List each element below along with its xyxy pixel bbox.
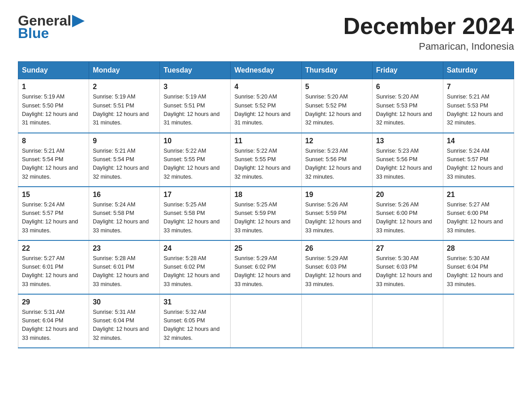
day-info: Sunrise: 5:26 AMSunset: 6:00 PMDaylight:… — [376, 201, 439, 235]
calendar-cell — [301, 294, 372, 348]
day-info: Sunrise: 5:25 AMSunset: 5:58 PMDaylight:… — [163, 201, 227, 235]
day-number: 11 — [234, 137, 297, 145]
day-info: Sunrise: 5:20 AMSunset: 5:53 PMDaylight:… — [376, 93, 439, 128]
calendar-cell: 31Sunrise: 5:32 AMSunset: 6:05 PMDayligh… — [160, 294, 231, 348]
day-info: Sunrise: 5:27 AMSunset: 6:01 PMDaylight:… — [22, 254, 85, 289]
day-info: Sunrise: 5:23 AMSunset: 5:56 PMDaylight:… — [376, 147, 439, 182]
day-number: 8 — [22, 137, 85, 145]
calendar-header-row: SundayMondayTuesdayWednesdayThursdayFrid… — [18, 62, 514, 79]
calendar-cell: 24Sunrise: 5:28 AMSunset: 6:02 PMDayligh… — [160, 240, 231, 294]
day-number: 20 — [376, 191, 439, 199]
calendar-cell: 22Sunrise: 5:27 AMSunset: 6:01 PMDayligh… — [18, 240, 89, 294]
calendar-cell: 14Sunrise: 5:24 AMSunset: 5:57 PMDayligh… — [443, 133, 514, 187]
calendar-cell: 20Sunrise: 5:26 AMSunset: 6:00 PMDayligh… — [372, 187, 443, 240]
calendar-header-friday: Friday — [372, 62, 443, 79]
page-header: General Blue December 2024 Pamarican, In… — [18, 13, 514, 52]
day-info: Sunrise: 5:23 AMSunset: 5:56 PMDaylight:… — [305, 147, 369, 182]
day-info: Sunrise: 5:24 AMSunset: 5:57 PMDaylight:… — [22, 201, 85, 235]
day-number: 3 — [163, 83, 227, 91]
calendar-cell: 13Sunrise: 5:23 AMSunset: 5:56 PMDayligh… — [372, 133, 443, 187]
calendar-cell: 4Sunrise: 5:20 AMSunset: 5:52 PMDaylight… — [231, 79, 301, 133]
calendar-cell: 17Sunrise: 5:25 AMSunset: 5:58 PMDayligh… — [160, 187, 231, 240]
calendar-cell — [443, 294, 514, 348]
day-number: 1 — [22, 83, 85, 91]
calendar-cell: 27Sunrise: 5:30 AMSunset: 6:03 PMDayligh… — [372, 240, 443, 294]
page-subtitle: Pamarican, Indonesia — [343, 41, 514, 52]
day-info: Sunrise: 5:19 AMSunset: 5:51 PMDaylight:… — [163, 93, 227, 128]
day-info: Sunrise: 5:28 AMSunset: 6:01 PMDaylight:… — [93, 254, 156, 289]
day-info: Sunrise: 5:22 AMSunset: 5:55 PMDaylight:… — [234, 147, 297, 182]
day-number: 14 — [447, 137, 510, 145]
calendar-table: SundayMondayTuesdayWednesdayThursdayFrid… — [18, 61, 514, 348]
day-number: 12 — [305, 137, 369, 145]
day-info: Sunrise: 5:26 AMSunset: 5:59 PMDaylight:… — [305, 201, 369, 235]
day-number: 10 — [163, 137, 227, 145]
day-number: 13 — [376, 137, 439, 145]
calendar-header-tuesday: Tuesday — [160, 62, 231, 79]
calendar-cell: 12Sunrise: 5:23 AMSunset: 5:56 PMDayligh… — [301, 133, 372, 187]
day-number: 9 — [93, 137, 156, 145]
calendar-header-sunday: Sunday — [18, 62, 89, 79]
day-info: Sunrise: 5:21 AMSunset: 5:53 PMDaylight:… — [447, 93, 510, 128]
day-info: Sunrise: 5:21 AMSunset: 5:54 PMDaylight:… — [93, 147, 156, 182]
calendar-cell: 8Sunrise: 5:21 AMSunset: 5:54 PMDaylight… — [18, 133, 89, 187]
day-number: 23 — [93, 244, 156, 253]
day-number: 24 — [163, 244, 227, 253]
day-info: Sunrise: 5:25 AMSunset: 5:59 PMDaylight:… — [234, 201, 297, 235]
calendar-cell: 28Sunrise: 5:30 AMSunset: 6:04 PMDayligh… — [443, 240, 514, 294]
day-info: Sunrise: 5:24 AMSunset: 5:57 PMDaylight:… — [447, 147, 510, 182]
day-number: 7 — [447, 83, 510, 91]
day-number: 27 — [376, 244, 439, 253]
calendar-cell: 10Sunrise: 5:22 AMSunset: 5:55 PMDayligh… — [160, 133, 231, 187]
day-info: Sunrise: 5:20 AMSunset: 5:52 PMDaylight:… — [234, 93, 297, 128]
calendar-week-row: 8Sunrise: 5:21 AMSunset: 5:54 PMDaylight… — [18, 133, 514, 187]
calendar-header-thursday: Thursday — [301, 62, 372, 79]
logo-blue: Blue — [18, 26, 49, 40]
day-info: Sunrise: 5:21 AMSunset: 5:54 PMDaylight:… — [22, 147, 85, 182]
calendar-cell: 15Sunrise: 5:24 AMSunset: 5:57 PMDayligh… — [18, 187, 89, 240]
calendar-week-row: 22Sunrise: 5:27 AMSunset: 6:01 PMDayligh… — [18, 240, 514, 294]
day-number: 25 — [234, 244, 297, 253]
calendar-week-row: 1Sunrise: 5:19 AMSunset: 5:50 PMDaylight… — [18, 79, 514, 133]
day-info: Sunrise: 5:19 AMSunset: 5:51 PMDaylight:… — [93, 93, 156, 128]
day-number: 16 — [93, 191, 156, 199]
day-number: 4 — [234, 83, 297, 91]
calendar-cell: 9Sunrise: 5:21 AMSunset: 5:54 PMDaylight… — [89, 133, 160, 187]
day-number: 21 — [447, 191, 510, 199]
calendar-cell: 18Sunrise: 5:25 AMSunset: 5:59 PMDayligh… — [231, 187, 301, 240]
day-number: 19 — [305, 191, 369, 199]
day-info: Sunrise: 5:30 AMSunset: 6:04 PMDaylight:… — [447, 254, 510, 289]
calendar-cell: 21Sunrise: 5:27 AMSunset: 6:00 PMDayligh… — [443, 187, 514, 240]
day-number: 15 — [22, 191, 85, 199]
day-number: 6 — [376, 83, 439, 91]
day-number: 29 — [22, 298, 85, 306]
calendar-header-monday: Monday — [89, 62, 160, 79]
day-info: Sunrise: 5:29 AMSunset: 6:02 PMDaylight:… — [234, 254, 297, 289]
day-info: Sunrise: 5:20 AMSunset: 5:52 PMDaylight:… — [305, 93, 369, 128]
calendar-cell: 3Sunrise: 5:19 AMSunset: 5:51 PMDaylight… — [160, 79, 231, 133]
calendar-cell: 26Sunrise: 5:29 AMSunset: 6:03 PMDayligh… — [301, 240, 372, 294]
calendar-cell: 25Sunrise: 5:29 AMSunset: 6:02 PMDayligh… — [231, 240, 301, 294]
day-info: Sunrise: 5:31 AMSunset: 6:04 PMDaylight:… — [93, 308, 156, 343]
calendar-cell — [231, 294, 301, 348]
day-info: Sunrise: 5:32 AMSunset: 6:05 PMDaylight:… — [163, 308, 227, 343]
day-number: 5 — [305, 83, 369, 91]
page-title: December 2024 — [343, 13, 514, 39]
calendar-cell: 5Sunrise: 5:20 AMSunset: 5:52 PMDaylight… — [301, 79, 372, 133]
day-info: Sunrise: 5:22 AMSunset: 5:55 PMDaylight:… — [163, 147, 227, 182]
calendar-header-saturday: Saturday — [443, 62, 514, 79]
day-number: 26 — [305, 244, 369, 253]
day-info: Sunrise: 5:19 AMSunset: 5:50 PMDaylight:… — [22, 93, 85, 128]
calendar-cell: 6Sunrise: 5:20 AMSunset: 5:53 PMDaylight… — [372, 79, 443, 133]
day-info: Sunrise: 5:28 AMSunset: 6:02 PMDaylight:… — [163, 254, 227, 289]
day-number: 18 — [234, 191, 297, 199]
day-info: Sunrise: 5:29 AMSunset: 6:03 PMDaylight:… — [305, 254, 369, 289]
calendar-week-row: 15Sunrise: 5:24 AMSunset: 5:57 PMDayligh… — [18, 187, 514, 240]
day-number: 28 — [447, 244, 510, 253]
logo: General Blue — [18, 13, 85, 40]
day-number: 30 — [93, 298, 156, 306]
day-info: Sunrise: 5:30 AMSunset: 6:03 PMDaylight:… — [376, 254, 439, 289]
calendar-cell — [372, 294, 443, 348]
day-number: 17 — [163, 191, 227, 199]
day-number: 2 — [93, 83, 156, 91]
